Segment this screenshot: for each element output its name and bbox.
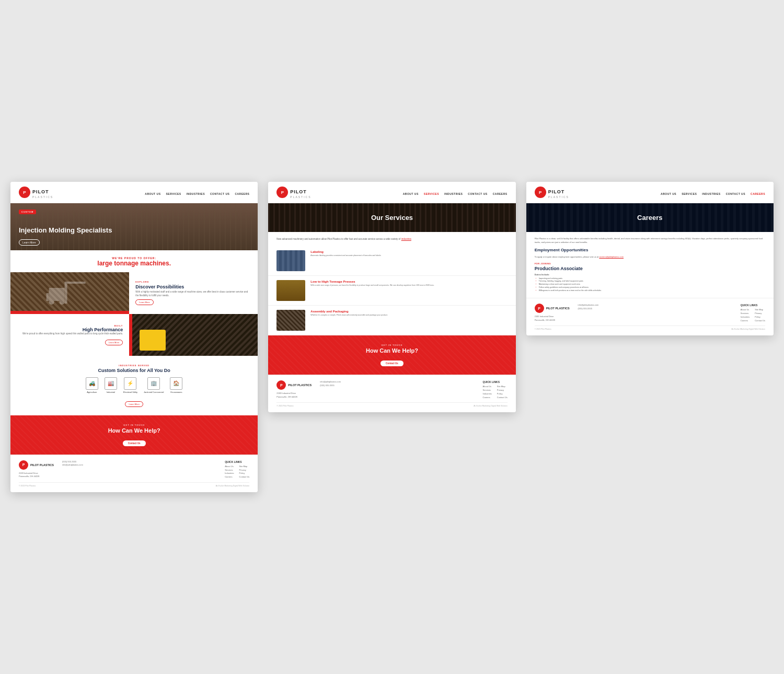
footer2-industries[interactable]: Industries [483, 392, 492, 396]
footer2-services[interactable]: Services [483, 389, 492, 392]
industry-agriculture: 🚜 Agriculture [86, 377, 98, 393]
footer3-sitemap[interactable]: Site Map [755, 308, 765, 312]
footer2-about[interactable]: About Us [483, 385, 492, 389]
footer3-privacy[interactable]: Privacy [755, 312, 765, 316]
discover-label: EXPLORE [135, 281, 251, 283]
credit3: An Evolve Marketing Digital Web Solution [731, 328, 765, 330]
industries-cta[interactable]: Learn More [125, 401, 143, 407]
footer3-contact[interactable]: Contact Us [755, 319, 765, 323]
cta2-button[interactable]: Contact Us [381, 361, 403, 366]
discover-section: EXPLORE Discover Possibilities With a hi… [10, 272, 258, 314]
footer3-services[interactable]: Services [741, 312, 750, 316]
footer2-privacy[interactable]: Privacy [497, 389, 508, 392]
page2-cta: GET IN TOUCH How Can We Help? Contact Us [268, 335, 515, 375]
hero-cta[interactable]: Learn More [19, 239, 40, 246]
duties-list: Inspecting and ordering parts Trimming, … [535, 277, 765, 293]
footer2-contact[interactable]: Contact Us [497, 396, 508, 400]
discover-image [10, 272, 129, 314]
page1-logo[interactable]: P PILOT PLASTICS [19, 186, 53, 199]
footer3-company: PILOT PLASTICS [546, 307, 570, 310]
nav2-careers[interactable]: CAREERS [493, 192, 508, 195]
svg-rect-5 [65, 282, 86, 284]
svg-rect-4 [65, 283, 67, 304]
hero-title: Injection Molding Specialists [19, 226, 112, 235]
page3-nav-links: ABOUT US SERVICES INDUSTRIES CONTACT US … [661, 188, 765, 197]
industry-industrial: 🏭 Industrial [105, 377, 117, 393]
nav-industries[interactable]: INDUSTRIES [187, 192, 205, 195]
footer3-about[interactable]: About Us [741, 308, 750, 312]
services-intro: New advanced machinery and automation al… [268, 232, 515, 246]
service-title-3: Assembly and Packaging [310, 310, 387, 313]
footer-link-policy[interactable]: Policy [239, 472, 250, 475]
footer3-policy[interactable]: Policy [755, 316, 765, 319]
nav3-about[interactable]: ABOUT US [661, 192, 676, 195]
credit: An Evolve Marketing Digital Web Solution [216, 485, 250, 487]
nav2-industries[interactable]: INDUSTRIES [444, 192, 463, 195]
footer2-contact: info@pilotplastics.com (555) 555-5555 [320, 380, 341, 387]
page3-logo[interactable]: P PILOT PLASTICS [535, 186, 569, 199]
industries-section: INDUSTRIES SERVED Custom Solutions for A… [10, 356, 258, 415]
machine-graphic [140, 330, 166, 351]
footer-link-sitemap[interactable]: Site Map [239, 465, 250, 469]
nav-services[interactable]: SERVICES [166, 192, 181, 195]
services-intro-link[interactable]: industries [401, 238, 411, 240]
footer-link-about[interactable]: About Us [225, 465, 234, 469]
logo-name-3: PILOT [548, 189, 565, 194]
footer-link-privacy[interactable]: Privacy [239, 469, 250, 472]
footer-contact: (555) 555-5555 info@pilotplastics.com [62, 460, 83, 467]
footer-link-services[interactable]: Services [225, 469, 234, 472]
housewares-icon: 🏠 [170, 377, 182, 390]
footer-link-industries[interactable]: Industries [225, 472, 234, 475]
footer2-address: 2183 Industrial Drive Painesville, OH 44… [276, 392, 312, 399]
nav3-services[interactable]: SERVICES [682, 192, 697, 195]
industry-janitorial: 🏢 Janitorial Commercial [144, 377, 164, 393]
logo-sub: PLASTICS [32, 195, 53, 199]
page2-logo[interactable]: P PILOT PLASTICS [276, 186, 311, 199]
logo-circle: P [19, 187, 30, 198]
cta-button[interactable]: Contact Us [123, 440, 146, 446]
nav-about[interactable]: ABOUT US [145, 192, 160, 195]
janitorial-label: Janitorial Commercial [144, 391, 164, 393]
services-hero: Our Services [268, 203, 515, 232]
footer2-sitemap[interactable]: Site Map [497, 385, 508, 389]
footer-link-careers[interactable]: Careers [225, 475, 234, 479]
industry-electrical: ⚡ Electrical Utility [123, 377, 137, 393]
highperf-image [129, 314, 258, 356]
service-thumb-1 [276, 250, 305, 271]
service-thumb-3 [276, 310, 305, 331]
nav2-about[interactable]: ABOUT US [403, 192, 419, 195]
careers-hero-title: Careers [637, 214, 662, 222]
svg-rect-1 [47, 293, 49, 301]
nav3-industries[interactable]: INDUSTRIES [702, 192, 720, 195]
employment-link[interactable]: careers@pilotplastics.com [599, 255, 624, 258]
electrical-icon: ⚡ [124, 377, 136, 390]
proud-text: large tonnage machines. [19, 260, 249, 268]
employment-section: Employment Opportunities To apply or inq… [535, 248, 765, 293]
footer3-industries[interactable]: Industries [741, 316, 750, 319]
nav-careers[interactable]: CAREERS [235, 192, 249, 195]
careers-hero: Careers [526, 203, 774, 232]
highperf-cta[interactable]: Learn More [105, 340, 123, 345]
industries-label: INDUSTRIES SERVED [19, 364, 249, 367]
footer2-logo: P PILOT PLASTICS [276, 380, 312, 390]
footer2-policy[interactable]: Policy [497, 392, 508, 396]
logo-name-2: PILOT [290, 189, 307, 194]
industry-icons: 🚜 Agriculture 🏭 Industrial ⚡ Electrical … [19, 377, 249, 393]
service-labeling: Labeling Automatic labeling provides con… [268, 246, 515, 276]
page3-careers: P PILOT PLASTICS ABOUT US SERVICES INDUS… [526, 182, 774, 335]
footer-bottom: © 2023 Pilot Plastics An Evolve Marketin… [19, 482, 249, 487]
footer-links: QUICK LINKS About Us Services Industries… [225, 460, 249, 479]
nav-contact[interactable]: CONTACT US [210, 192, 229, 195]
footer-link-contact[interactable]: Contact Us [239, 475, 250, 479]
cta2-label: GET IN TOUCH [276, 344, 507, 346]
nav3-careers[interactable]: CAREERS [751, 192, 765, 195]
footer2-careers[interactable]: Careers [483, 396, 492, 400]
nav3-contact[interactable]: CONTACT US [726, 192, 745, 195]
service-desc-2: With a wide size range of presses, we ha… [310, 284, 434, 287]
footer3-careers[interactable]: Careers [741, 319, 750, 323]
discover-cta[interactable]: Learn More [135, 299, 153, 305]
nav2-services[interactable]: SERVICES [424, 192, 439, 195]
service-info-2: Low to High Tonnage Presses With a wide … [310, 280, 434, 287]
nav2-contact[interactable]: CONTACT US [468, 192, 487, 195]
service-info-3: Assembly and Packaging Whether it's comp… [310, 310, 387, 317]
